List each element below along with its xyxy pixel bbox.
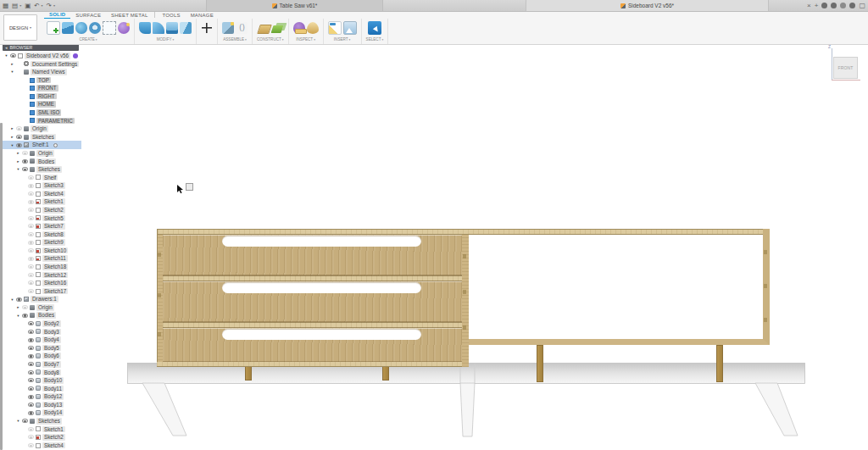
box-icon[interactable] [62,22,74,34]
browser-item-sketch1[interactable]: Sketch1 [3,425,81,434]
visibility-eye-icon[interactable] [28,175,34,180]
drawer-front-2[interactable] [163,281,462,322]
visibility-eye-icon[interactable] [28,330,34,334]
group-label[interactable]: SELECT▾ [366,37,384,42]
visibility-eye-icon[interactable] [28,289,34,293]
canvas-icon[interactable] [343,21,357,35]
visibility-eye-icon[interactable] [22,314,28,318]
joint-icon[interactable] [236,22,248,34]
visibility-eye-icon[interactable] [28,192,34,196]
press-pull-icon[interactable] [139,22,151,34]
drawer-front-3[interactable] [163,328,462,362]
browser-item-sketch3[interactable]: Sketch3 [3,181,81,190]
browser-item-named-views[interactable]: ▾Named Views [3,68,81,76]
browser-item-body11[interactable]: Body11 [3,385,81,393]
visibility-eye-icon[interactable] [22,305,28,309]
sideboard-model[interactable] [157,229,770,369]
insert-derive-icon[interactable] [328,21,342,35]
open-shelf-frame[interactable] [469,229,770,345]
expand-arrow-icon[interactable]: ▾ [16,167,20,171]
offset-plane-icon[interactable] [257,25,272,34]
visibility-eye-icon[interactable] [16,126,22,131]
job-status-icon[interactable] [821,3,827,8]
visibility-eye-icon[interactable] [28,264,34,269]
expand-arrow-icon[interactable]: ▸ [16,159,20,164]
select-icon[interactable] [368,21,381,35]
visibility-eye-icon[interactable] [28,281,34,285]
new-document-icon[interactable]: + [815,0,819,11]
browser-item-body4[interactable]: Body4 [3,336,81,344]
group-label[interactable]: MODIFY▾ [157,37,175,42]
visibility-eye-icon[interactable] [28,362,34,366]
redo-icon[interactable]: ↷ [47,0,52,11]
sculpt-icon[interactable] [118,22,130,34]
browser-item-body5[interactable]: Body5 [3,344,81,353]
close-document-icon[interactable]: × [807,0,811,11]
browser-item-shelf[interactable]: Shelf [3,174,81,182]
visibility-eye-icon[interactable] [28,224,34,228]
visibility-eye-icon[interactable] [28,346,34,350]
browser-item-origin[interactable]: ▸Origin [3,125,81,133]
expand-arrow-icon[interactable]: ▾ [10,69,14,74]
browser-item-sketches[interactable]: ▸Sketches [3,133,81,142]
move-icon[interactable] [201,22,213,34]
browser-item-bodies[interactable]: ▸Bodies [3,158,81,166]
browser-item-origin[interactable]: ▸Origin [3,303,81,312]
visibility-eye-icon[interactable] [28,257,34,261]
browser-item-sketch9[interactable]: Sketch9 [3,238,81,247]
group-label[interactable]: INSERT▾ [334,37,351,42]
visibility-eye-icon[interactable] [28,273,34,277]
browser-item-top[interactable]: TOP [3,76,81,85]
visibility-eye-icon[interactable] [28,386,34,391]
visibility-eye-icon[interactable] [22,159,28,164]
help-icon[interactable] [840,3,846,8]
expand-arrow-icon[interactable]: ▾ [4,53,8,58]
browser-item-body13[interactable]: Body13 [3,401,81,409]
browser-item-sketch2[interactable]: Sketch2 [3,433,81,442]
visibility-eye-icon[interactable] [28,443,34,447]
browser-item-sideboard-v2-v56[interactable]: ▾Sideboard V2 v56 [3,52,81,60]
ribbon-tab-sheet-metal[interactable]: SHEET METAL [106,11,153,19]
browser-item-origin[interactable]: ▸Origin [3,149,81,158]
browser-item-body7[interactable]: Body7 [3,360,81,369]
browser-item-shelf-1[interactable]: ▾Shelf:1 [3,141,81,149]
expand-arrow-icon[interactable]: ▸ [16,305,20,309]
browser-item-sketch2[interactable]: Sketch2 [3,206,81,214]
view-cube-front-face[interactable]: FRONT [833,57,858,79]
form-icon[interactable] [75,22,87,34]
visibility-eye-icon[interactable] [28,208,34,212]
measure-icon[interactable] [293,22,305,34]
expand-arrow-icon[interactable]: ▸ [16,151,20,155]
browser-item-sketch7[interactable]: Sketch7 [3,222,81,231]
browser-item-sketch11[interactable]: Sketch11 [3,254,81,263]
browser-item-body8[interactable]: Body8 [3,369,81,377]
browser-item-sketch4[interactable]: Sketch4 [3,442,81,450]
visibility-eye-icon[interactable] [28,403,34,407]
browser-item-sml-iso[interactable]: SML ISO [3,108,81,117]
expand-arrow-icon[interactable]: ▾ [10,143,14,147]
expand-arrow-icon[interactable]: ▾ [16,419,20,423]
document-tab-sideboard[interactable]: Sideboard V2 v56* [526,0,769,11]
browser-item-sketch18[interactable]: Sketch18 [3,263,81,271]
browser-item-body6[interactable]: Body6 [3,352,81,360]
visibility-eye-icon[interactable] [28,200,34,204]
browser-item-sketch8[interactable]: Sketch8 [3,231,81,239]
visibility-eye-icon[interactable] [22,167,28,171]
visibility-eye-icon[interactable] [28,354,34,358]
new-component-icon[interactable] [222,22,234,34]
browser-item-sketches[interactable]: ▾Sketches [3,417,81,425]
visibility-eye-icon[interactable] [16,143,22,147]
browser-item-sketch16[interactable]: Sketch16 [3,279,81,287]
browser-item-sketch5[interactable]: Sketch5 [3,214,81,223]
fillet-icon[interactable] [153,22,164,34]
visibility-eye-icon[interactable] [28,427,34,431]
expand-arrow-icon[interactable]: ▸ [10,135,14,139]
visibility-eye-icon[interactable] [28,321,34,325]
visibility-eye-icon[interactable] [28,435,34,439]
expand-arrow-icon[interactable]: ▸ [10,62,14,66]
workspace-selector[interactable]: DESIGN ▾ [3,14,37,41]
ribbon-tab-manage[interactable]: MANAGE [186,11,219,19]
section-analysis-icon[interactable] [307,22,319,34]
browser-item-sketches[interactable]: ▾Sketches [3,165,81,174]
browser-item-sketch4[interactable]: Sketch4 [3,190,81,198]
